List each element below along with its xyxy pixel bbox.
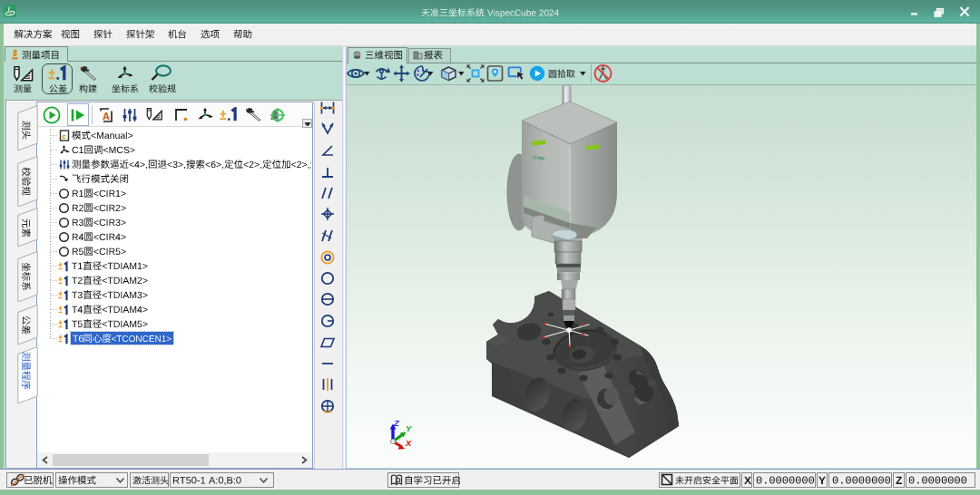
svg-text:A: A [103, 111, 110, 121]
svg-text:Z: Z [393, 418, 400, 428]
svg-text:Y: Y [406, 423, 413, 433]
svg-text:X: X [405, 438, 412, 448]
